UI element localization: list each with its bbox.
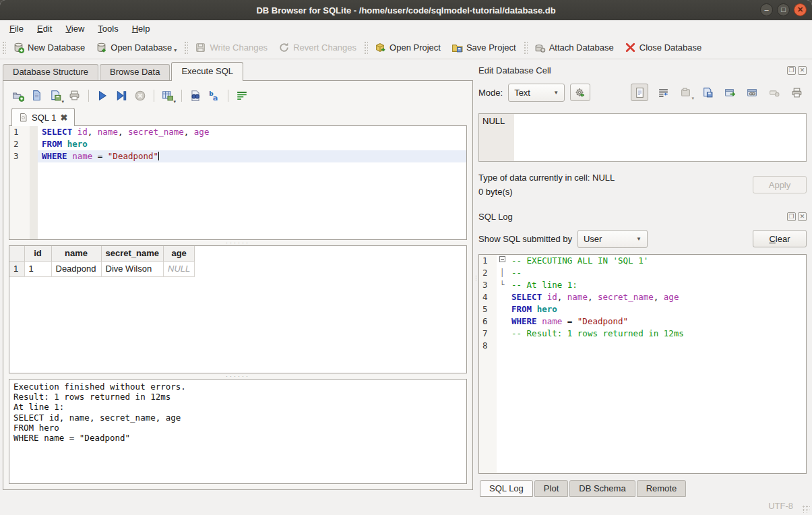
tab-browse-data[interactable]: Browse Data: [100, 64, 170, 80]
open-project-button[interactable]: Open Project: [369, 39, 446, 56]
wrap-lines-button[interactable]: [234, 88, 250, 104]
tab-database-structure[interactable]: Database Structure: [3, 64, 98, 80]
line-number: 4: [479, 291, 497, 303]
maximize-icon[interactable]: □: [777, 3, 790, 16]
word-wrap-button[interactable]: [656, 85, 670, 100]
float-dock-icon[interactable]: ❐: [787, 212, 796, 221]
table-cell[interactable]: Deadpond: [51, 261, 101, 276]
token: ,: [588, 292, 598, 302]
save-project-button[interactable]: Save Project: [446, 39, 522, 56]
token: ,: [184, 127, 194, 137]
token: ,: [88, 127, 98, 137]
column-header-secret_name[interactable]: secret_name: [101, 246, 164, 261]
fold-collapse-icon[interactable]: [499, 256, 505, 262]
new-database-button[interactable]: New Database: [7, 39, 90, 56]
token: name: [98, 127, 118, 137]
execute-all-button[interactable]: [94, 88, 111, 104]
splitter-handle[interactable]: ······: [9, 373, 467, 379]
execute-line-button[interactable]: [113, 88, 129, 104]
fold-margin: └: [497, 279, 507, 291]
toolbar-separator: [228, 90, 228, 102]
main-tabbar: Database StructureBrowse DataExecute SQL: [3, 62, 473, 80]
apply-button[interactable]: Apply: [753, 176, 807, 193]
toolbar-grip-icon[interactable]: [363, 40, 368, 55]
results-area[interactable]: idnamesecret_nameage11DeadpondDive Wilso…: [9, 245, 467, 373]
toolbar-grip-icon[interactable]: [523, 40, 528, 55]
table-cell[interactable]: 1: [24, 261, 51, 276]
statusbar: UTF-8: [0, 497, 812, 515]
table-cell[interactable]: Dive Wilson: [101, 261, 164, 276]
attach-database-button[interactable]: Attach Database: [529, 39, 619, 56]
dock-tabbar: SQL LogPlotDB SchemaRemote: [478, 479, 807, 497]
sql-tab[interactable]: SQL 1 ✖: [11, 108, 75, 126]
chevron-down-icon[interactable]: ▾: [173, 99, 176, 104]
text-doc-button[interactable]: [631, 84, 648, 101]
format-letters-icon: ba: [208, 90, 220, 102]
sql-editor[interactable]: 1SELECT id, name, secret_name, age2FROM …: [9, 125, 467, 240]
new-tab-icon: [12, 90, 24, 102]
print-button[interactable]: [67, 88, 83, 104]
minimize-icon[interactable]: –: [760, 3, 773, 16]
export-data-button[interactable]: [700, 85, 715, 100]
menu-help[interactable]: Help: [125, 22, 157, 35]
resize-grip-icon[interactable]: [802, 505, 810, 513]
clear-button[interactable]: Clear: [753, 230, 807, 247]
sql-log-filter-row: Show SQL submitted by User ▼ Clear: [478, 229, 807, 249]
log-line: 1-- EXECUTING ALL IN 'SQL 1': [479, 255, 806, 267]
code-text: SELECT id, name, secret_name, age: [38, 126, 466, 138]
token: secret_name: [598, 292, 654, 302]
execute-line-icon: [115, 90, 127, 102]
edit-link-button[interactable]: [745, 85, 759, 100]
window-title: DB Browser for SQLite - /home/user/code/…: [256, 5, 555, 16]
column-header-id[interactable]: id: [24, 246, 51, 261]
toolbar-grip-icon[interactable]: [1, 40, 6, 55]
dock-tab-sql-log[interactable]: SQL Log: [480, 480, 533, 497]
print-cell-button[interactable]: [789, 85, 804, 100]
save-sql-button[interactable]: ▾: [48, 88, 64, 104]
menu-view[interactable]: View: [59, 22, 91, 35]
toolbar-button-label: Write Changes: [210, 42, 268, 53]
save-results-button[interactable]: ▾: [160, 88, 176, 104]
toolbar-separator: [154, 90, 154, 102]
open-external-button[interactable]: [722, 85, 737, 100]
chevron-down-icon: ▾: [691, 96, 694, 101]
close-dock-icon[interactable]: ✕: [798, 66, 807, 75]
execution-message[interactable]: Execution finished without errors.Result…: [9, 379, 467, 484]
line-number: 1: [9, 126, 30, 138]
chevron-down-icon[interactable]: ▾: [174, 47, 177, 53]
titlebar[interactable]: DB Browser for SQLite - /home/user/code/…: [0, 0, 812, 20]
message-line: Execution finished without errors.: [13, 382, 462, 392]
dock-tab-db-schema[interactable]: DB Schema: [569, 480, 635, 497]
splitter-handle[interactable]: ······: [9, 240, 467, 245]
format-letters-button[interactable]: ba: [206, 88, 222, 104]
vertical-splitter[interactable]: ···: [473, 59, 478, 497]
column-header-name[interactable]: name: [51, 246, 101, 261]
close-dock-icon[interactable]: ✕: [798, 212, 807, 221]
new-tab-button[interactable]: [10, 88, 26, 104]
find-button[interactable]: [187, 88, 204, 104]
cell-editor[interactable]: NULL: [478, 113, 807, 162]
gear-icon: [575, 87, 586, 98]
menu-file[interactable]: File: [3, 22, 30, 35]
column-header-age[interactable]: age: [164, 246, 195, 261]
sql-log-view[interactable]: 1-- EXECUTING ALL IN 'SQL 1'2│--3└-- At …: [478, 254, 807, 474]
mode-select[interactable]: Text ▼: [508, 84, 565, 102]
dock-tab-remote[interactable]: Remote: [637, 480, 687, 497]
cell-editor-content[interactable]: [514, 114, 806, 161]
close-icon[interactable]: ✕: [794, 3, 807, 16]
table-cell[interactable]: NULL: [164, 261, 195, 276]
close-database-button[interactable]: Close Database: [619, 39, 708, 56]
menu-tools[interactable]: Tools: [91, 22, 125, 35]
close-tab-icon[interactable]: ✖: [60, 113, 67, 123]
tab-execute-sql[interactable]: Execute SQL: [171, 62, 243, 80]
apply-settings-button[interactable]: [570, 84, 590, 101]
submitter-select[interactable]: User ▼: [577, 230, 648, 248]
float-dock-icon[interactable]: ❐: [787, 66, 796, 75]
menu-edit[interactable]: Edit: [30, 22, 59, 35]
dock-tab-plot[interactable]: Plot: [534, 480, 568, 497]
chevron-down-icon[interactable]: ▾: [61, 99, 64, 104]
toolbar-grip-icon[interactable]: [183, 40, 188, 55]
open-database-button[interactable]: Open Database▾: [90, 39, 182, 56]
open-sql-button[interactable]: [29, 88, 45, 104]
save-results-icon: [162, 90, 174, 102]
